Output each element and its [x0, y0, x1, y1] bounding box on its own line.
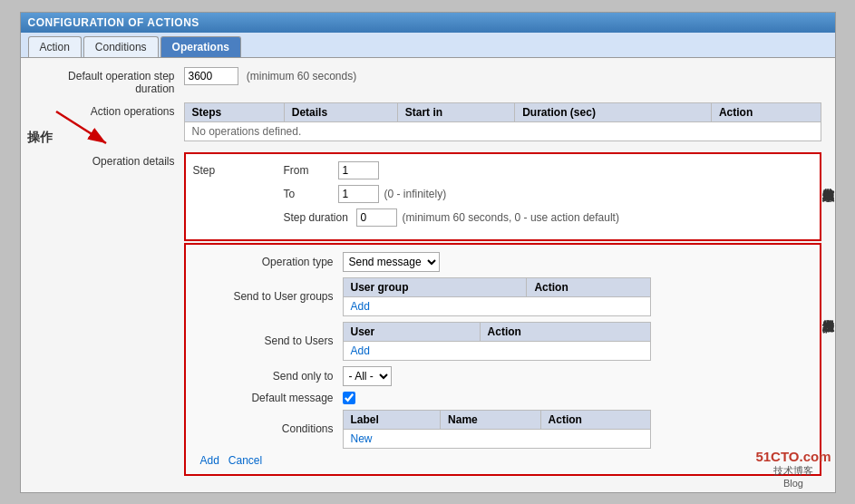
to-input[interactable] — [338, 185, 379, 203]
tab-bar: Action Conditions Operations — [21, 33, 835, 58]
col-user: User — [343, 322, 480, 341]
from-input[interactable] — [338, 161, 379, 179]
send-to-user-groups-label: Send to User groups — [193, 290, 343, 303]
conditions-label: Conditions — [193, 422, 343, 435]
send-only-to-select[interactable]: - All - — [343, 366, 392, 386]
conditions-row: Conditions Label Name Action — [193, 410, 812, 449]
col-details: Details — [284, 102, 397, 121]
user-groups-table: User group Action Add — [343, 277, 651, 316]
svg-line-1 — [56, 111, 106, 143]
bottom-actions: Add Cancel — [193, 454, 812, 467]
default-duration-label: Default operation step duration — [34, 67, 184, 95]
col-steps: Steps — [184, 102, 284, 121]
default-duration-row: Default operation step duration (minimum… — [34, 67, 821, 95]
operation-type-select[interactable]: Send message — [343, 252, 440, 272]
operation-type-section: Operation type Send message Send to User… — [184, 243, 821, 476]
watermark-blog: Blog — [755, 478, 831, 489]
add-user-group-link[interactable]: Add — [351, 300, 370, 313]
col-action: Action — [711, 102, 821, 121]
watermark-brand: 51CTO.com — [755, 449, 831, 464]
operation-type-label: Operation type — [193, 256, 343, 268]
tab-action[interactable]: Action — [28, 36, 82, 57]
operation-type-row: Operation type Send message — [193, 252, 812, 272]
col-user-group: User group — [343, 277, 527, 296]
to-hint: (0 - infinitely) — [384, 188, 447, 200]
col-label: Label — [343, 410, 441, 429]
step-from-row: Step From — [193, 161, 812, 179]
default-message-row: Default message — [193, 392, 812, 404]
col-name: Name — [441, 410, 541, 429]
action-operations-value: Steps Details Start in Duration (sec) Ac… — [184, 102, 821, 145]
send-to-users-label: Send to Users — [193, 334, 343, 347]
arrow-container — [47, 102, 120, 160]
col-user-action: Action — [480, 322, 650, 341]
new-condition-link[interactable]: New — [351, 432, 373, 445]
col-startin: Start in — [397, 102, 514, 121]
operation-details-value: Step From To (0 - infinitely) — [184, 152, 821, 476]
add-user-link[interactable]: Add — [351, 344, 370, 357]
no-operations-text: No operations defined. — [184, 121, 821, 141]
col-cond-action: Action — [540, 410, 650, 429]
send-only-to-label: Send only to — [193, 370, 343, 383]
step-duration-input[interactable] — [356, 208, 397, 227]
default-message-checkbox[interactable] — [343, 392, 355, 404]
watermark: 51CTO.com 技术博客 Blog — [755, 449, 831, 489]
default-duration-hint: (minimum 60 seconds) — [247, 70, 356, 82]
conditions-table: Label Name Action New — [343, 410, 651, 449]
step-label: Step — [193, 164, 284, 177]
step-to-row: To (0 - infinitely) — [193, 185, 812, 203]
col-duration: Duration (sec) — [515, 102, 712, 121]
tab-operations[interactable]: Operations — [160, 36, 241, 57]
send-only-to-row: Send only to - All - — [193, 366, 812, 386]
default-message-label: Default message — [193, 392, 343, 404]
step-duration-hint: (minimum 60 seconds, 0 - use action defa… — [403, 211, 619, 224]
cancel-button[interactable]: Cancel — [228, 454, 262, 467]
add-button[interactable]: Add — [200, 454, 219, 467]
users-table: User Action Add — [343, 322, 651, 361]
step-duration-label: Step duration — [284, 211, 356, 224]
default-duration-value: (minimum 60 seconds) — [184, 67, 821, 85]
operation-details-section: Step From To (0 - infinitely) — [184, 152, 821, 241]
operations-table: Steps Details Start in Duration (sec) Ac… — [184, 102, 821, 141]
to-label: To — [284, 188, 338, 200]
arrow-svg — [47, 102, 120, 157]
watermark-sub: 技术博客 — [755, 464, 831, 478]
send-to-users-row: Send to Users User Action — [193, 322, 812, 361]
step-duration-row: Step duration (minimum 60 seconds, 0 - u… — [193, 208, 812, 227]
send-to-user-groups-row: Send to User groups User group Action — [193, 277, 812, 316]
default-duration-input[interactable] — [184, 67, 238, 85]
tab-conditions[interactable]: Conditions — [83, 36, 159, 57]
title-text: CONFIGURATION OF ACTIONS — [28, 16, 199, 29]
operation-details-row: Operation details Step From To — [34, 152, 821, 476]
window-title: CONFIGURATION OF ACTIONS — [21, 13, 835, 33]
action-operations-row: Action operations Steps Details Start in… — [34, 102, 821, 145]
col-user-group-action: Action — [527, 277, 650, 296]
main-content: Default operation step duration (minimum… — [21, 58, 835, 492]
from-label: From — [284, 164, 338, 177]
